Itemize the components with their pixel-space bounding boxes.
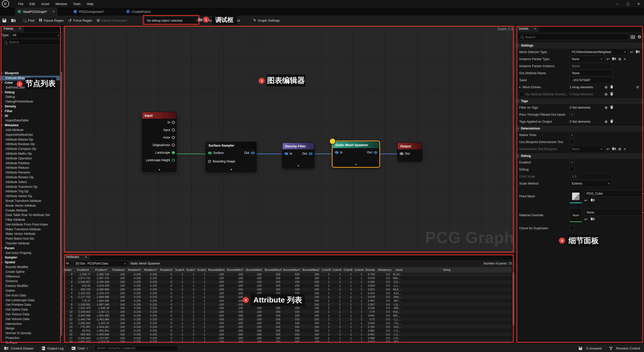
column-header-rotationz[interactable]: RotationZ bbox=[158, 268, 174, 271]
node-collapse-toggle[interactable]: ▾ bbox=[206, 168, 256, 171]
text-input[interactable]: -1017473487 bbox=[570, 77, 612, 83]
asset-tab-NewPCGGraph[interactable]: NewPCGGraph*✕ bbox=[15, 8, 57, 16]
table-row[interactable]: 18-1,567.427-1,214.05100-0.2250.2250111-… bbox=[62, 340, 512, 344]
attributes-data-dropdown[interactable]: [0] Out - PCGPoint Data▾ bbox=[73, 260, 128, 267]
node-pin-in[interactable]: In bbox=[142, 119, 176, 126]
attributes-filter-icon[interactable] bbox=[64, 261, 71, 266]
column-header-string[interactable]: String bbox=[407, 268, 487, 271]
table-row[interactable]: 14-770.397-1,424.361100-0.2250.2250111-1… bbox=[62, 325, 512, 329]
graph-node-output[interactable]: OutputOut bbox=[397, 143, 422, 161]
use-selected-icon[interactable]: ↩ bbox=[630, 50, 633, 54]
palette-item-create-attribute[interactable]: Create Attribute bbox=[0, 208, 60, 213]
display-options-icon[interactable] bbox=[631, 35, 635, 39]
column-header-scaley[interactable]: ScaleY bbox=[185, 268, 196, 271]
table-row[interactable]: 1556.913-1,463.461100-0.2250.2250111-100… bbox=[62, 329, 512, 332]
menu-help[interactable]: Help bbox=[84, 0, 96, 8]
table-row[interactable]: 13-1,006.934-1,433.15100-0.2250.2250111-… bbox=[62, 321, 512, 325]
clear-icon[interactable]: × bbox=[624, 57, 626, 61]
column-header-index[interactable]: Index bbox=[62, 268, 74, 271]
palette-item-add-attribute[interactable]: Add Attribute bbox=[0, 128, 60, 133]
menu-edit[interactable]: Edit bbox=[26, 0, 38, 8]
node-collapse-toggle[interactable]: ▾ bbox=[333, 163, 379, 166]
debug-object-dropdown[interactable]: No debug object selected▾ bbox=[145, 17, 199, 24]
delete-icon[interactable] bbox=[610, 85, 613, 89]
use-selected-icon[interactable]: ↩ bbox=[584, 198, 588, 202]
browse-icon[interactable] bbox=[636, 50, 640, 54]
type-dropdown[interactable]: All▾ bbox=[11, 32, 61, 38]
palette-item-projection[interactable]: Projection bbox=[0, 336, 60, 340]
palette-item-merge[interactable]: Merge bbox=[0, 326, 60, 331]
node-pin-landscape[interactable]: Landscape bbox=[142, 149, 176, 156]
palette-item-attribute-bitwise-op[interactable]: Attribute Bitwise Op bbox=[0, 137, 60, 142]
use-selected-icon[interactable]: ↩ bbox=[584, 217, 588, 221]
output-log-button[interactable]: Output Log bbox=[38, 344, 68, 352]
graph-node-static-mesh-spawner[interactable]: Static Mesh SpawnerInOut▾ bbox=[333, 141, 379, 167]
palette-item-get-spline-data[interactable]: Get Spline Data bbox=[0, 307, 60, 312]
palette-item-attribute-partition[interactable]: Attribute Partition bbox=[0, 161, 60, 165]
checkbox[interactable]: ✔ bbox=[570, 160, 574, 165]
clear-icon[interactable]: × bbox=[624, 147, 626, 151]
menu-asset[interactable]: Asset bbox=[38, 0, 52, 8]
content-drawer-button[interactable]: Content Drawer bbox=[0, 344, 38, 352]
checkbox[interactable] bbox=[570, 140, 574, 144]
palette-category-filter[interactable]: ▶Filter bbox=[0, 109, 60, 113]
column-header-positionz[interactable]: PositionZ bbox=[111, 268, 126, 271]
graph-node-input[interactable]: InputInInputActorOriginalActorLandscapeL… bbox=[142, 112, 177, 172]
palette-item-get-landscape-data[interactable]: Get Landscape Data bbox=[0, 298, 60, 302]
node-pin-out[interactable]: Out bbox=[400, 152, 410, 155]
chevron-down-icon[interactable]: ▼ bbox=[517, 155, 519, 157]
palette-item-attribute-rotator-op[interactable]: Attribute Rotator Op bbox=[0, 175, 60, 180]
palette-item-attribute-maths-op[interactable]: Attribute Maths Op bbox=[0, 151, 60, 156]
palette-item-distance[interactable]: Distance bbox=[0, 279, 60, 284]
revision-control-button[interactable]: Revision Control bbox=[616, 346, 640, 350]
palette-item-attribute-trig-op[interactable]: Attribute Trig Op bbox=[0, 189, 60, 194]
table-row[interactable]: 0-2,255.77-2,395.734100-0.2250.2250111-1… bbox=[62, 273, 512, 276]
reset-icon[interactable]: ↺ bbox=[636, 85, 639, 89]
asset-dropdown[interactable]: None▾ bbox=[584, 209, 644, 216]
palette-category-sampler[interactable]: ▶Sampler bbox=[0, 255, 60, 260]
column-header-steepness[interactable]: Steepness bbox=[376, 268, 391, 271]
column-header-positiony[interactable]: PositionY bbox=[92, 268, 111, 271]
combo-dropdown[interactable]: Extents▾ bbox=[570, 180, 612, 187]
palette-tab[interactable]: Palette ✕ bbox=[0, 26, 24, 32]
palette-category-metadata[interactable]: ▼Metadata bbox=[0, 123, 60, 128]
asset-tab-CreatePoints[interactable]: CreatePoints bbox=[124, 8, 151, 16]
palette-item-get-actor-property[interactable]: Get Actor Property bbox=[0, 250, 60, 255]
maximize-button[interactable]: ▢ bbox=[623, 0, 633, 8]
chevron-down-icon[interactable]: ▼ bbox=[517, 127, 519, 130]
palette-item-get-primitive-data[interactable]: Get Primitive Data bbox=[0, 302, 60, 307]
palette-item-attribute-rename[interactable]: Attribute Rename bbox=[0, 170, 60, 175]
palette-item-extents-modifier[interactable]: Extents Modifier bbox=[0, 284, 60, 288]
chevron-down-icon[interactable]: ▼ bbox=[1, 247, 4, 249]
palette-item-get-texture-data[interactable]: Get Texture Data bbox=[0, 312, 60, 317]
column-header-boundsmaxz[interactable]: BoundsMaxZ bbox=[301, 268, 320, 271]
add-element-icon[interactable]: ⊕ bbox=[605, 106, 608, 110]
palette-scrollbar[interactable] bbox=[60, 72, 62, 336]
column-header-boundsmaxx[interactable]: BoundsMaxX bbox=[263, 268, 282, 271]
palette-item-attribute-transform-op[interactable]: Attribute Transform Op bbox=[0, 184, 60, 189]
table-row[interactable]: 91,642.479-1,846.38100-0.2250.2250111-10… bbox=[62, 306, 512, 310]
column-header-positionx[interactable]: PositionX bbox=[74, 268, 92, 271]
chevron-down-icon[interactable]: ▼ bbox=[1, 261, 4, 263]
browse-asset-button[interactable] bbox=[9, 16, 18, 25]
palette-item-attribute-select[interactable]: Attribute Select bbox=[0, 180, 60, 184]
cmd-dropdown[interactable]: Cmd ▾ bbox=[68, 344, 92, 352]
chevron-down-icon[interactable]: ▼ bbox=[1, 115, 4, 117]
palette-item-transfer-attribute[interactable]: Transfer Attribute bbox=[0, 241, 60, 246]
add-element-icon[interactable]: ⊕ bbox=[618, 57, 622, 61]
palette-item-attribute-reduce[interactable]: Attribute Reduce bbox=[0, 165, 60, 170]
table-row[interactable]: 1-1,874.741-2,367.475100-0.2250.2250111-… bbox=[62, 276, 512, 280]
close-icon[interactable]: ✕ bbox=[19, 27, 21, 30]
details-search-input[interactable]: Search bbox=[518, 34, 628, 40]
unsaved-count[interactable]: 3 Unsaved bbox=[586, 346, 601, 350]
column-header-boundsminy[interactable]: BoundsMinY bbox=[225, 268, 245, 271]
add-element-icon[interactable]: ⊕ bbox=[605, 120, 608, 124]
palette-item-appendattributeset[interactable]: AppendAttributeSet bbox=[0, 132, 60, 137]
table-row[interactable]: 16999.063-1,459.646100-0.2250.2250111-10… bbox=[62, 332, 512, 336]
menu-window[interactable]: Window bbox=[52, 0, 70, 8]
table-row[interactable]: 12-1,445.744-1,453.964100-0.2250.2250111… bbox=[62, 318, 512, 321]
column-header-rotationx[interactable]: RotationX bbox=[126, 268, 142, 271]
details-section-settings[interactable]: ▼Settings bbox=[515, 42, 644, 49]
palette-item-point-match-and-set[interactable]: Point Match And Set bbox=[0, 236, 60, 241]
graph-editor[interactable]: InputInInputActorOriginalActorLandscapeL… bbox=[62, 25, 515, 253]
